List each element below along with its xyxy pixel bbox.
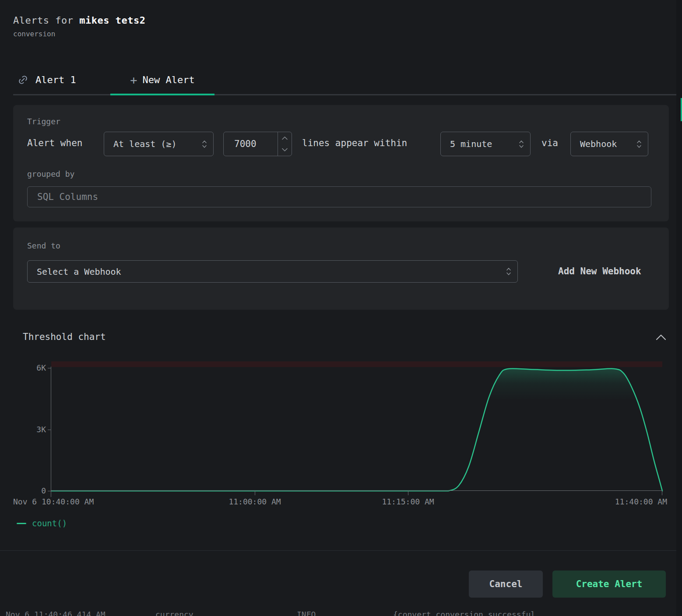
modal-header: Alerts for mikes tets2 conversion	[13, 15, 145, 38]
scrollbar-track[interactable]	[676, 0, 682, 616]
legend-line-swatch	[17, 523, 26, 524]
channel-select[interactable]: Webhook	[570, 132, 648, 156]
chart-area-fill	[51, 368, 662, 491]
via-text: via	[541, 138, 558, 148]
y-axis-tick	[48, 491, 51, 491]
trigger-panel: Trigger Alert when At least (≥) lines ap	[13, 105, 669, 221]
x-axis-label: 11:40:00 AM	[615, 497, 667, 506]
tab-new-alert[interactable]: + New Alert	[110, 66, 214, 94]
x-axis-label: 11:00:00 AM	[229, 497, 281, 506]
threshold-chart-title: Threshold chart	[23, 332, 106, 342]
background-log-row: Nov 6 11:40:46.414 AM currency INFO {con…	[0, 610, 682, 616]
legend-series-name: count()	[32, 518, 67, 528]
page-subtitle: conversion	[13, 30, 145, 38]
channel-select-value: Webhook	[571, 139, 617, 149]
page-title-name: mikes tets2	[79, 15, 145, 26]
x-axis-tick	[408, 491, 408, 495]
grouped-by-label: grouped by	[27, 169, 74, 178]
y-axis-line	[51, 367, 51, 497]
x-axis-label: 11:15:00 AM	[382, 497, 434, 506]
comparator-select[interactable]: At least (≥)	[104, 132, 214, 156]
page-title-prefix: Alerts for	[13, 15, 79, 26]
threshold-number-input[interactable]	[224, 132, 278, 156]
page-title: Alerts for mikes tets2	[13, 15, 145, 26]
alert-when-text: Alert when	[27, 138, 82, 148]
tab-new-alert-label: New Alert	[143, 74, 195, 85]
chevron-updown-icon	[636, 140, 648, 149]
group-by-columns-input[interactable]	[27, 186, 651, 207]
threshold-number-field	[223, 132, 292, 156]
send-to-label: Send to	[27, 241, 60, 250]
log-message: {convert conversion successful	[393, 610, 535, 616]
alert-modal: Alerts for mikes tets2 conversion Alert …	[0, 0, 682, 616]
tabs-active-indicator	[110, 94, 214, 95]
add-new-webhook-button[interactable]: Add New Webhook	[545, 260, 654, 283]
plus-icon: +	[130, 74, 137, 86]
log-timestamp: Nov 6 11:40:46.414 AM	[6, 610, 105, 616]
threshold-chart: 03K6K Nov 6 10:40:00 AM 11:00:00 AM 11:1…	[51, 361, 662, 491]
chart-legend: count()	[17, 518, 67, 528]
log-service: currency	[155, 610, 193, 616]
log-level: INFO	[297, 610, 316, 616]
time-window-select[interactable]: 5 minute	[440, 132, 531, 156]
chart-plot	[51, 361, 662, 491]
y-axis-tick	[48, 368, 51, 368]
cancel-button[interactable]: Cancel	[469, 570, 543, 598]
lines-appear-text: lines appear within	[302, 138, 407, 148]
footer-divider	[0, 550, 682, 551]
y-axis-label: 0	[25, 486, 46, 496]
link-icon	[18, 74, 28, 85]
collapse-section-button[interactable]	[653, 332, 669, 344]
tab-alert-1[interactable]: Alert 1	[18, 66, 76, 94]
trigger-section-label: Trigger	[27, 117, 60, 126]
y-axis-tick	[48, 430, 51, 430]
number-spinner	[278, 132, 292, 156]
comparator-select-value: At least (≥)	[104, 139, 177, 149]
y-axis-label: 6K	[25, 363, 46, 373]
chevron-updown-icon	[519, 140, 530, 149]
webhook-select-placeholder: Select a Webhook	[28, 266, 121, 277]
x-axis-tick	[255, 491, 255, 495]
chevron-updown-icon	[506, 267, 517, 276]
webhook-select[interactable]: Select a Webhook	[27, 260, 518, 283]
x-axis-tick	[662, 491, 662, 495]
create-alert-button[interactable]: Create Alert	[552, 570, 666, 598]
spinner-up-button[interactable]	[278, 132, 292, 144]
tab-alert-1-label: Alert 1	[35, 74, 76, 85]
chevron-updown-icon	[202, 140, 213, 149]
x-axis-line	[51, 490, 662, 491]
x-axis-label: Nov 6 10:40:00 AM	[13, 497, 94, 506]
y-axis-label: 3K	[25, 425, 46, 434]
send-to-panel: Send to Select a Webhook Add New Webhook	[13, 228, 669, 310]
time-window-select-value: 5 minute	[441, 139, 492, 149]
spinner-down-button[interactable]	[278, 144, 292, 156]
